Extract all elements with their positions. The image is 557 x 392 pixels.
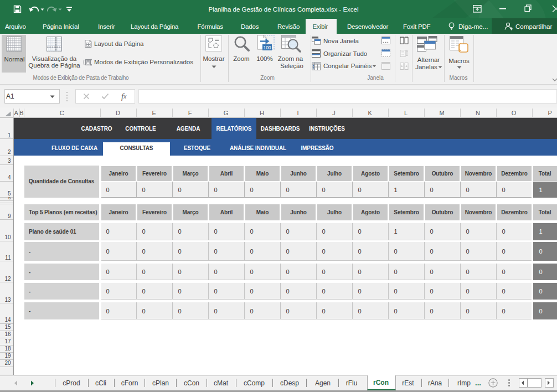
svg-text:100: 100 xyxy=(263,45,271,50)
